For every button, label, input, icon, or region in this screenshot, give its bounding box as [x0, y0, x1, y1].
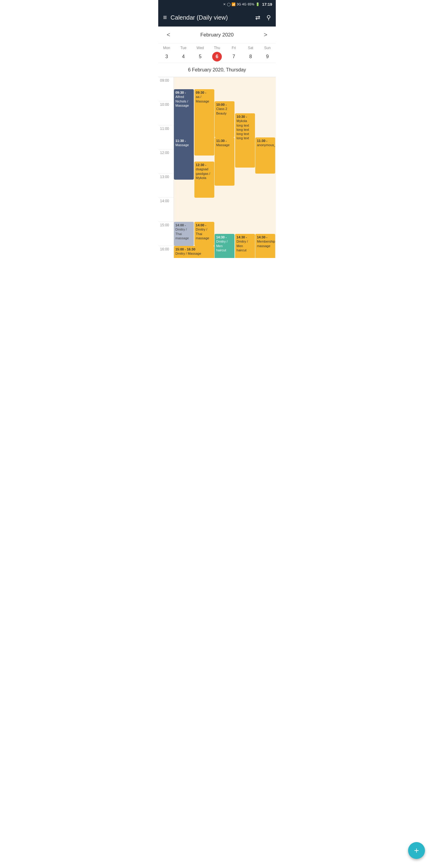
day-header: 6 February 2020, Thursday	[158, 63, 276, 77]
event-e10[interactable]: 14:00 - Dmitry / Thai massage	[194, 222, 214, 246]
event-time: 14:30 -	[257, 235, 274, 239]
month-nav: < February 2020 >	[158, 27, 276, 43]
bluetooth-icon: ⨯	[223, 2, 226, 6]
battery-percent: 65%	[248, 2, 254, 6]
event-e13[interactable]: 14:30 - Membership massage	[255, 234, 275, 258]
event-name: anonymous_b5310095143	[257, 143, 274, 147]
event-name: Class 2 Beauty	[216, 107, 233, 116]
event-time: 15:00 - 16:30	[176, 247, 213, 251]
event-name: dsagsad gasdgas / Mykola	[196, 167, 213, 180]
day-number: 8	[246, 52, 255, 61]
week-header: Mon 3 Tue 4 Wed 5 Thu 6 Fri 7 Sat 8 Sun …	[158, 43, 276, 63]
sync-icon[interactable]: ⇄	[255, 14, 260, 21]
event-time: 14:00 -	[196, 223, 213, 227]
event-name: Massage	[176, 143, 192, 147]
time-label-10:00: 10:00	[158, 101, 174, 125]
event-name: Dmitry / Men haircut	[216, 239, 233, 252]
month-title: February 2020	[200, 32, 234, 38]
time-column: 09:0010:0011:0012:0013:0014:0015:0016:00	[158, 77, 174, 258]
page-title: Calendar (Daily view)	[170, 14, 249, 21]
prev-month-button[interactable]: <	[164, 30, 173, 39]
day-name: Fri	[232, 46, 236, 50]
day-name: Thu	[214, 46, 220, 50]
event-e6[interactable]: 11:30 - Massage	[215, 137, 235, 186]
event-e11[interactable]: 14:30 - Dmitry / Men haircut	[215, 234, 235, 258]
event-name: Dmitry / Men haircut	[237, 239, 253, 252]
event-e12[interactable]: 14:30 - Dmitry / Men haircut	[235, 234, 255, 258]
clock: 17:19	[262, 2, 272, 7]
day-number: 5	[195, 52, 205, 61]
event-name: Dmitry / Thai massage	[176, 227, 192, 240]
day-name: Tue	[180, 46, 186, 50]
menu-icon[interactable]: ≡	[163, 13, 167, 22]
day-number: 7	[229, 52, 239, 61]
event-name: Mykola long text long text long text lon…	[237, 119, 253, 140]
event-time: 09:30 -	[176, 90, 192, 95]
event-name: Dmitry / Thai massage	[196, 227, 213, 240]
event-name: aa / Massage	[196, 95, 213, 103]
event-time: 14:30 -	[237, 235, 253, 239]
time-label-14:00: 14:00	[158, 198, 174, 222]
event-time: 11:30 -	[216, 138, 233, 143]
calendar-body: 09:0010:0011:0012:0013:0014:0015:0016:00…	[158, 77, 276, 258]
event-e8[interactable]: 12:30 - dsagsad gasdgas / Mykola	[194, 161, 214, 198]
day-number: 9	[262, 52, 272, 61]
events-column: 09:30 - Alfred Nichols / Massage 09:30 -…	[174, 77, 276, 258]
week-day-9[interactable]: Sun 9	[259, 46, 276, 61]
event-name: Membership massage	[257, 239, 274, 248]
battery-icon: 🔋	[255, 2, 260, 6]
week-day-7[interactable]: Fri 7	[225, 46, 242, 61]
day-number: 6	[212, 52, 222, 61]
day-name: Mon	[163, 46, 170, 50]
status-bar: ⨯ ◯ 📶 3G 4G 65% 🔋 17:19	[158, 0, 276, 8]
event-e4[interactable]: 10:30 - Mykola long text long text long …	[235, 113, 255, 167]
status-icons: ◯ 📶 3G 4G	[227, 2, 247, 6]
week-day-3[interactable]: Mon 3	[158, 46, 175, 61]
time-label-12:00: 12:00	[158, 150, 174, 174]
time-label-13:00: 13:00	[158, 174, 174, 198]
event-name: Massage	[216, 143, 233, 147]
event-time: 11:30 -	[176, 138, 192, 143]
time-label-15:00: 15:00	[158, 222, 174, 246]
event-name: Dmitry / Massage	[176, 251, 213, 255]
time-label-09:00: 09:00	[158, 77, 174, 101]
filter-icon[interactable]: ⚲	[267, 14, 271, 21]
time-label-11:00: 11:00	[158, 125, 174, 150]
event-time: 09:30 -	[196, 90, 213, 95]
event-e5[interactable]: 11:30 - Massage	[174, 137, 194, 180]
week-day-8[interactable]: Sat 8	[242, 46, 259, 61]
event-e14[interactable]: 15:00 - 16:30 Dmitry / Massage	[174, 246, 214, 258]
calendar-scroll[interactable]: 09:0010:0011:0012:0013:0014:0015:0016:00…	[158, 77, 276, 258]
day-number: 4	[179, 52, 188, 61]
event-e3[interactable]: 10:00 - Class 2 Beauty	[215, 101, 235, 137]
event-name: Alfred Nichols / Massage	[176, 95, 192, 107]
week-day-4[interactable]: Tue 4	[175, 46, 192, 61]
week-day-5[interactable]: Wed 5	[192, 46, 209, 61]
event-e9[interactable]: 14:00 - Dmitry / Thai massage	[174, 222, 194, 246]
time-label-16:00: 16:00	[158, 246, 174, 258]
day-name: Wed	[196, 46, 204, 50]
next-month-button[interactable]: >	[261, 30, 270, 39]
event-time: 14:30 -	[216, 235, 233, 239]
day-name: Sun	[264, 46, 270, 50]
event-e7[interactable]: 11:30 - anonymous_b5310095143	[255, 137, 275, 174]
event-time: 10:00 -	[216, 102, 233, 107]
event-time: 12:30 -	[196, 163, 213, 167]
day-number: 3	[162, 52, 172, 61]
event-time: 11:30 -	[257, 138, 274, 143]
event-time: 14:00 -	[176, 223, 192, 227]
event-e2[interactable]: 09:30 - aa / Massage	[194, 89, 214, 156]
day-name: Sat	[248, 46, 253, 50]
event-time: 10:30 -	[237, 115, 253, 119]
top-bar: ≡ Calendar (Daily view) ⇄ ⚲	[158, 8, 276, 27]
week-day-6[interactable]: Thu 6	[209, 46, 225, 61]
